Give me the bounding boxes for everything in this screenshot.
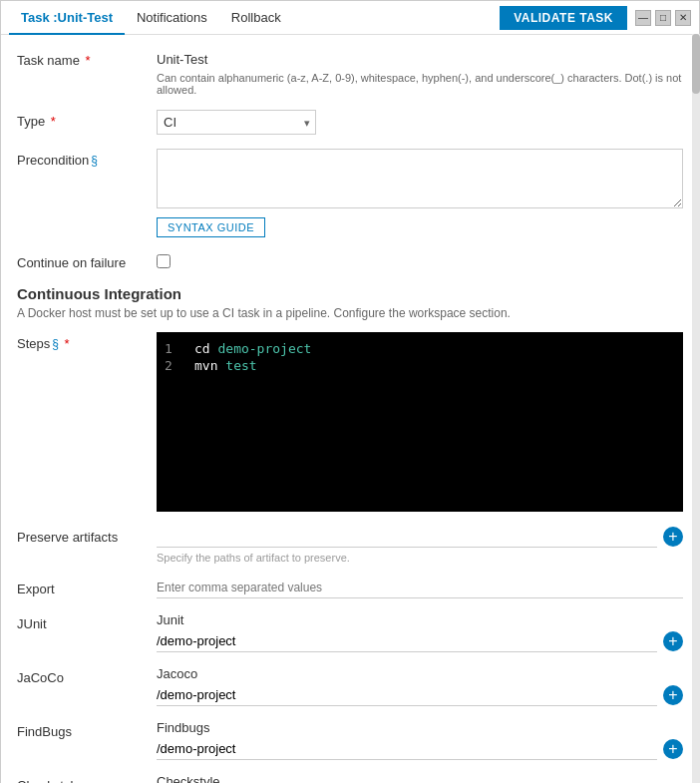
precondition-row: Precondition§ SYNTAX GUIDE [17, 149, 683, 237]
continue-on-failure-checkbox[interactable] [157, 254, 171, 268]
checkstyle-field: Checkstyle + [157, 774, 683, 783]
preserve-artifacts-row: Preserve artifacts + Specify the paths o… [17, 526, 683, 564]
ci-section: Continuous Integration A Docker host mus… [17, 285, 683, 320]
export-row: Export [17, 578, 683, 598]
jacoco-path-row: + [157, 684, 683, 706]
junit-add-button[interactable]: + [663, 631, 683, 651]
jacoco-add-button[interactable]: + [663, 685, 683, 705]
syntax-guide-button[interactable]: SYNTAX GUIDE [157, 217, 265, 237]
preserve-artifacts-input[interactable] [157, 526, 657, 548]
minimize-button[interactable]: — [635, 10, 651, 26]
type-row: Type * CI Maven Gradle Ant Shell ▾ [17, 110, 683, 135]
export-label: Export [17, 578, 157, 596]
precondition-field: SYNTAX GUIDE [157, 149, 683, 237]
findbugs-row: FindBugs Findbugs + [17, 720, 683, 760]
findbugs-add-button[interactable]: + [663, 739, 683, 759]
ci-section-title: Continuous Integration [17, 285, 683, 302]
type-select[interactable]: CI Maven Gradle Ant Shell [157, 110, 316, 135]
ci-section-hint: A Docker host must be set up to use a CI… [17, 306, 683, 320]
steps-row: Steps§ * 1 cd demo-project 2 mvn test [17, 332, 683, 512]
restore-button[interactable]: □ [655, 10, 671, 26]
steps-editor: 1 cd demo-project 2 mvn test [157, 332, 683, 512]
preserve-input-row: + [157, 526, 683, 548]
window-controls: — □ ✕ [635, 10, 691, 26]
validate-task-button[interactable]: VALIDATE TASK [500, 6, 627, 30]
export-field [157, 578, 683, 598]
code-content-1: cd demo-project [194, 341, 311, 356]
task-name-label: Task name * [17, 49, 157, 68]
steps-required: * [61, 336, 70, 351]
type-label: Type * [17, 110, 157, 129]
line-number-2: 2 [165, 358, 184, 373]
required-indicator: * [82, 53, 91, 68]
type-select-wrapper: CI Maven Gradle Ant Shell ▾ [157, 110, 316, 135]
jacoco-name-value: Jacoco [157, 666, 683, 681]
junit-row: JUnit Junit + [17, 612, 683, 652]
type-required: * [47, 114, 56, 129]
findbugs-path-input[interactable] [157, 738, 657, 760]
precondition-label: Precondition§ [17, 149, 157, 168]
title-bar: Task :Unit-Test Notifications Rollback V… [1, 1, 699, 35]
scrollbar-track[interactable] [692, 34, 700, 783]
precondition-textarea[interactable] [157, 149, 683, 208]
continue-on-failure-field [157, 251, 683, 271]
findbugs-path-row: + [157, 738, 683, 760]
code-content-2: mvn test [194, 358, 257, 373]
tab-notifications[interactable]: Notifications [125, 2, 219, 35]
precondition-link-icon[interactable]: § [91, 154, 98, 168]
line-number-1: 1 [165, 341, 184, 356]
findbugs-field: Findbugs + [157, 720, 683, 760]
preserve-add-button[interactable]: + [663, 527, 683, 547]
junit-field: Junit + [157, 612, 683, 652]
task-name-row: Task name * Unit-Test Can contain alphan… [17, 49, 683, 96]
checkstyle-name-value: Checkstyle [157, 774, 683, 783]
tab-task[interactable]: Task :Unit-Test [9, 2, 125, 35]
findbugs-label: FindBugs [17, 720, 157, 739]
checkstyle-label: Checkstyle [17, 774, 157, 783]
code-line-1: 1 cd demo-project [157, 340, 683, 357]
steps-label: Steps§ * [17, 332, 157, 351]
task-name-field: Unit-Test Can contain alphanumeric (a-z,… [157, 49, 683, 96]
junit-label: JUnit [17, 612, 157, 631]
jacoco-path-input[interactable] [157, 684, 657, 706]
jacoco-row: JaCoCo Jacoco + [17, 666, 683, 706]
preserve-artifacts-label: Preserve artifacts [17, 526, 157, 545]
export-input[interactable] [157, 578, 683, 598]
close-button[interactable]: ✕ [675, 10, 691, 26]
tab-rollback[interactable]: Rollback [219, 2, 293, 35]
continue-on-failure-label: Continue on failure [17, 251, 157, 270]
jacoco-field: Jacoco + [157, 666, 683, 706]
task-name-hint: Can contain alphanumeric (a-z, A-Z, 0-9)… [157, 72, 683, 96]
code-editor[interactable]: 1 cd demo-project 2 mvn test [157, 332, 683, 512]
main-window: Task :Unit-Test Notifications Rollback V… [0, 0, 700, 783]
type-field: CI Maven Gradle Ant Shell ▾ [157, 110, 683, 135]
scrollbar-thumb[interactable] [692, 34, 700, 94]
junit-name-value: Junit [157, 612, 683, 627]
preserve-artifacts-hint: Specify the paths of artifact to preserv… [157, 552, 683, 564]
junit-path-row: + [157, 630, 683, 652]
form-content: Task name * Unit-Test Can contain alphan… [1, 35, 699, 783]
checkstyle-row: Checkstyle Checkstyle + [17, 774, 683, 783]
task-name-value: Unit-Test [157, 49, 683, 70]
preserve-artifacts-field: + Specify the paths of artifact to prese… [157, 526, 683, 564]
continue-on-failure-row: Continue on failure [17, 251, 683, 271]
steps-link-icon[interactable]: § [52, 337, 59, 351]
code-line-2: 2 mvn test [157, 357, 683, 374]
jacoco-label: JaCoCo [17, 666, 157, 685]
findbugs-name-value: Findbugs [157, 720, 683, 735]
junit-path-input[interactable] [157, 630, 657, 652]
